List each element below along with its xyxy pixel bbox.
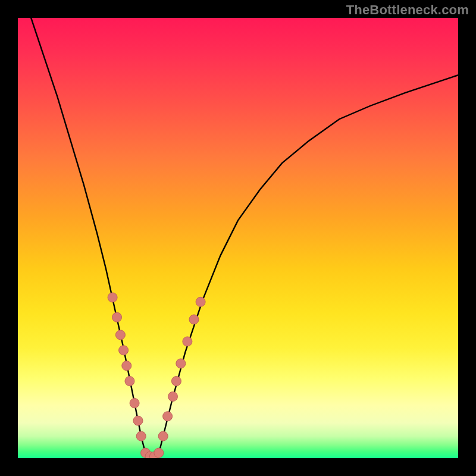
data-marker <box>108 293 117 302</box>
data-marker <box>115 330 125 340</box>
data-markers <box>108 293 205 458</box>
data-marker <box>183 337 192 346</box>
data-marker <box>163 412 173 421</box>
data-marker <box>171 377 181 386</box>
chart-svg <box>18 18 458 458</box>
data-marker <box>125 377 134 386</box>
data-marker <box>119 346 129 355</box>
data-marker <box>130 399 139 408</box>
plot-area <box>18 18 458 458</box>
data-marker <box>189 315 199 324</box>
data-marker <box>136 431 146 441</box>
data-marker <box>122 361 131 371</box>
chart-frame: TheBottleneck.com <box>0 0 476 476</box>
data-marker <box>168 392 177 401</box>
data-marker <box>158 431 168 441</box>
bottleneck-curve <box>18 18 458 458</box>
watermark-text: TheBottleneck.com <box>346 2 469 18</box>
data-marker <box>133 416 143 425</box>
data-marker <box>154 448 164 458</box>
data-marker <box>196 297 205 306</box>
data-marker <box>176 359 186 368</box>
data-marker <box>112 312 122 322</box>
